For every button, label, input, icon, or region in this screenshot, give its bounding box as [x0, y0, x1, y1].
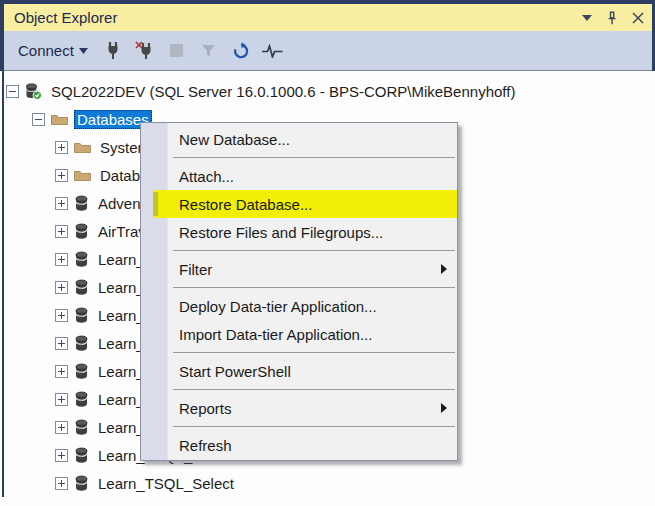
expand-plus-icon[interactable] [55, 393, 68, 406]
menu-item-label: Filter [179, 261, 212, 278]
submenu-arrow-icon [441, 403, 447, 413]
menu-item-label: New Database... [179, 131, 290, 148]
tree-item-label: Learn_TSQL_Select [95, 474, 237, 493]
expand-plus-icon[interactable] [55, 197, 68, 210]
chevron-down-icon [79, 48, 88, 54]
menu-item-label: Reports [179, 400, 232, 417]
menu-item-label: Restore Database... [179, 196, 312, 213]
stop-button [164, 38, 190, 64]
menu-item-label: Start PowerShell [179, 363, 291, 380]
submenu-arrow-icon [441, 264, 447, 274]
expand-plus-icon[interactable] [55, 365, 68, 378]
database-icon [74, 447, 89, 464]
menu-item-import-data-tier-application[interactable]: Import Data-tier Application... [141, 320, 457, 348]
disconnect-plug-button[interactable] [132, 38, 158, 64]
database-icon [74, 363, 89, 380]
expand-plus-icon[interactable] [55, 421, 68, 434]
menu-separator [173, 250, 455, 251]
expand-plus-icon[interactable] [55, 281, 68, 294]
menu-item-start-powershell[interactable]: Start PowerShell [141, 357, 457, 385]
activity-monitor-icon [262, 44, 283, 58]
menu-item-label: Import Data-tier Application... [179, 326, 372, 343]
database-icon [74, 195, 89, 212]
tree-item-label: Datab [97, 166, 143, 185]
menu-item-filter[interactable]: Filter [141, 255, 457, 283]
menu-item-label: Refresh [179, 437, 232, 454]
disconnect-plug-icon [135, 41, 154, 60]
object-explorer-window: Object Explorer Connect SQL2022DEV (SQL … [0, 0, 655, 506]
tree-item-sql2022dev-sql-server-16-0-1000-6-bps-corp-mikebennyhoff[interactable]: SQL2022DEV (SQL Server 16.0.1000.6 - BPS… [0, 77, 655, 105]
refresh-icon [232, 42, 250, 60]
filter-button [196, 38, 222, 64]
database-icon [74, 251, 89, 268]
menu-separator [173, 352, 455, 353]
tree-item-learn-tsql-select[interactable]: Learn_TSQL_Select [0, 469, 655, 497]
window-position-icon[interactable] [582, 15, 592, 21]
menu-item-restore-database[interactable]: Restore Database... [141, 190, 457, 218]
expand-plus-icon[interactable] [55, 449, 68, 462]
folder-icon [74, 140, 91, 154]
menu-separator [173, 287, 455, 288]
menu-item-restore-files-and-filegroups[interactable]: Restore Files and Filegroups... [141, 218, 457, 246]
database-icon [74, 419, 89, 436]
menu-item-new-database[interactable]: New Database... [141, 125, 457, 153]
expand-plus-icon[interactable] [55, 141, 68, 154]
database-icon [74, 279, 89, 296]
tree-item-label: Adven [95, 194, 144, 213]
menu-separator [173, 389, 455, 390]
connect-plug-button[interactable] [100, 38, 126, 64]
collapse-minus-icon[interactable] [32, 113, 45, 126]
menu-item-reports[interactable]: Reports [141, 394, 457, 422]
connect-button-label: Connect [18, 42, 74, 59]
menu-item-attach[interactable]: Attach... [141, 162, 457, 190]
database-icon [74, 307, 89, 324]
expand-plus-icon[interactable] [55, 337, 68, 350]
toolbar: Connect [4, 31, 652, 71]
expand-plus-icon[interactable] [55, 253, 68, 266]
expand-plus-icon[interactable] [55, 169, 68, 182]
server-icon [25, 83, 42, 100]
database-icon [74, 475, 89, 492]
menu-item-label: Attach... [179, 168, 234, 185]
database-icon [74, 391, 89, 408]
filter-icon [201, 44, 216, 58]
panel-header: Object Explorer Connect [0, 0, 655, 71]
context-menu: New Database...Attach...Restore Database… [140, 122, 458, 461]
database-icon [74, 335, 89, 352]
stop-icon [170, 44, 183, 57]
close-icon[interactable] [632, 12, 644, 24]
menu-separator [173, 426, 455, 427]
expand-plus-icon[interactable] [55, 225, 68, 238]
menu-separator [173, 157, 455, 158]
folder-icon [51, 112, 68, 126]
menu-item-label: Deploy Data-tier Application... [179, 298, 377, 315]
tree-item-label: SQL2022DEV (SQL Server 16.0.1000.6 - BPS… [48, 82, 518, 101]
panel-title: Object Explorer [14, 9, 117, 26]
collapse-minus-icon[interactable] [6, 85, 19, 98]
expand-plus-icon[interactable] [55, 477, 68, 490]
menu-item-label: Restore Files and Filegroups... [179, 224, 383, 241]
titlebar-icons [582, 11, 644, 25]
panel-left-border [2, 71, 4, 497]
activity-monitor-button[interactable] [260, 38, 286, 64]
menu-item-refresh[interactable]: Refresh [141, 431, 457, 459]
refresh-button[interactable] [228, 38, 254, 64]
panel-titlebar: Object Explorer [4, 4, 652, 31]
toolbar-buttons [100, 38, 286, 64]
folder-icon [74, 168, 91, 182]
connect-plug-icon [105, 41, 121, 60]
database-icon [74, 223, 89, 240]
expand-plus-icon[interactable] [55, 309, 68, 322]
connect-button[interactable]: Connect [12, 39, 94, 62]
pin-icon[interactable] [606, 11, 618, 25]
menu-item-deploy-data-tier-application[interactable]: Deploy Data-tier Application... [141, 292, 457, 320]
